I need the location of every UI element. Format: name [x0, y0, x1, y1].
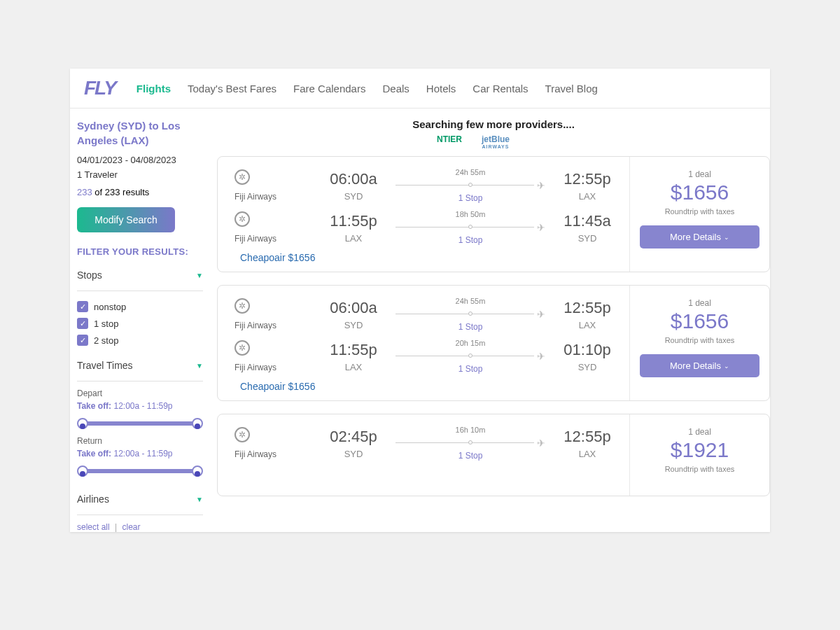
nav-best-fares[interactable]: Today's Best Fares [188, 83, 276, 94]
flight-line: ✈ [396, 351, 545, 361]
select-all-link[interactable]: select all [77, 522, 110, 532]
more-details-button[interactable]: More Details ⌄ [640, 225, 760, 248]
searching-header: Searching few more providers.... NTIER j… [217, 118, 770, 149]
cheapoair-link[interactable]: Cheapoair $1656 [240, 381, 622, 392]
arrive-time: 11:45a [552, 212, 622, 230]
clear-link[interactable]: clear [122, 522, 141, 532]
arrive-time: 12:55p [552, 299, 622, 317]
stops: 1 Stop [388, 322, 552, 332]
takeoff-label: Take off: [77, 449, 111, 458]
stops: 1 Stop [388, 193, 552, 203]
stops: 1 Stop [388, 451, 552, 461]
nav-deals[interactable]: Deals [382, 83, 409, 94]
price: $1921 [640, 438, 760, 462]
depart-slider[interactable] [77, 416, 203, 430]
filter-travel-times: Travel Times ▼ [77, 356, 203, 382]
result-card: ✲ Fiji Airways 06:00a SYD 24h 55m ✈ [217, 156, 770, 272]
results-count-suffix: of 233 results [92, 187, 150, 197]
search-dates: 04/01/2023 - 04/08/2023 [77, 155, 203, 165]
provider-jetblue-sub: AIRWAYS [482, 144, 510, 149]
price: $1656 [640, 309, 760, 333]
checkbox-nonstop[interactable]: ✓ nonstop [77, 298, 203, 315]
results-count-number: 233 [77, 187, 92, 197]
return-slider[interactable] [77, 464, 203, 478]
depart-label: Depart [77, 388, 203, 398]
nav-hotels[interactable]: Hotels [426, 83, 456, 94]
more-details-button[interactable]: More Details ⌄ [640, 354, 760, 377]
outbound-leg: ✲ Fiji Airways 06:00a SYD 24h 55m ✈ [234, 168, 622, 203]
filter-travel-times-toggle[interactable]: Travel Times ▼ [77, 356, 203, 375]
return-label: Return [77, 436, 203, 446]
checkbox-1stop-label: 1 stop [94, 318, 118, 329]
airline-logo-icon: ✲ [234, 169, 250, 185]
card-flights: ✲ Fiji Airways 06:00a SYD 24h 55m ✈ [218, 157, 629, 272]
plane-icon: ✈ [537, 309, 545, 320]
provider-frontier: NTIER [437, 134, 462, 149]
return-takeoff-range: Take off: 12:00a - 11:59p [77, 449, 203, 458]
airline-name: Fiji Airways [234, 192, 318, 202]
stops: 1 Stop [388, 235, 552, 245]
duration: 18h 50m [388, 210, 552, 218]
filter-airlines-toggle[interactable]: Airlines ▼ [77, 489, 203, 509]
depart-time: 11:55p [318, 212, 388, 230]
card-price: 1 deal $1921 Roundtrip with taxes [629, 414, 769, 496]
airline-col: ✲ Fiji Airways [234, 427, 318, 459]
airline-logo-icon: ✲ [234, 340, 250, 356]
price-note: Roundtrip with taxes [640, 207, 760, 216]
depart-code: LAX [318, 362, 388, 372]
search-travelers: 1 Traveler [77, 169, 203, 180]
provider-placeholder [529, 134, 550, 149]
cheapoair-link[interactable]: Cheapoair $1656 [240, 252, 622, 263]
airline-col: ✲ Fiji Airways [234, 211, 318, 244]
duration-col: 16h 10m ✈ 1 Stop [388, 426, 552, 461]
content: Searching few more providers.... NTIER j… [210, 118, 770, 532]
duration-col: 24h 55m ✈ 1 Stop [388, 168, 552, 203]
nav-flights[interactable]: Flights [136, 83, 171, 94]
filter-stops-toggle[interactable]: Stops ▼ [77, 265, 203, 285]
slider-track [81, 421, 199, 426]
more-details-label: More Details [670, 232, 721, 242]
depart-time: 11:55p [318, 341, 388, 359]
filter-airlines-label: Airlines [77, 493, 109, 505]
main: Sydney (SYD) to Los Angeles (LAX) 04/01/… [70, 108, 770, 532]
card-price: 1 deal $1656 Roundtrip with taxes More D… [629, 286, 769, 400]
depart-time-col: 02:45p SYD [318, 428, 388, 459]
arrive-code: LAX [552, 449, 622, 459]
plane-icon: ✈ [537, 222, 545, 233]
slider-handle-left[interactable] [77, 465, 88, 477]
slider-track [81, 469, 199, 473]
checkbox-nonstop-label: nonstop [94, 302, 126, 312]
duration-col: 24h 55m ✈ 1 Stop [388, 297, 552, 332]
result-card: ✲ Fiji Airways 02:45p SYD 16h 10m ✈ [217, 414, 770, 496]
app-window: FLY Flights Today's Best Fares Fare Cale… [70, 69, 770, 532]
slider-handle-right[interactable] [192, 465, 203, 477]
header: FLY Flights Today's Best Fares Fare Cale… [70, 69, 770, 108]
nav-travel-blog[interactable]: Travel Blog [545, 83, 598, 94]
duration: 20h 15m [388, 339, 552, 347]
chevron-down-icon: ⌄ [724, 363, 729, 370]
slider-handle-left[interactable] [77, 418, 88, 429]
filter-airlines: Airlines ▼ [77, 489, 203, 515]
check-icon: ✓ [77, 301, 88, 312]
checkbox-1stop[interactable]: ✓ 1 stop [77, 315, 203, 332]
modify-search-button[interactable]: Modify Search [77, 207, 175, 232]
nav-fare-calendars[interactable]: Fare Calendars [293, 83, 365, 94]
duration: 24h 55m [388, 168, 552, 176]
return-leg: ✲ Fiji Airways 11:55p LAX 18h 50m ✈ [234, 210, 622, 245]
depart-code: LAX [318, 233, 388, 244]
depart-code: SYD [318, 320, 388, 330]
checkbox-2stop[interactable]: ✓ 2 stop [77, 332, 203, 349]
plane-icon: ✈ [537, 438, 545, 449]
provider-jetblue: jetBlue AIRWAYS [482, 134, 510, 149]
slider-handle-right[interactable] [192, 418, 203, 429]
filter-header: FILTER YOUR RESULTS: [77, 246, 203, 257]
nav-car-rentals[interactable]: Car Rentals [472, 83, 528, 94]
plane-icon: ✈ [537, 180, 545, 191]
arrive-time-col: 12:55p LAX [552, 428, 622, 459]
price-note: Roundtrip with taxes [640, 336, 760, 344]
arrive-time-col: 12:55p LAX [552, 170, 622, 202]
depart-takeoff-range: Take off: 12:00a - 11:59p [77, 401, 203, 411]
airline-col: ✲ Fiji Airways [234, 169, 318, 202]
card-flights: ✲ Fiji Airways 02:45p SYD 16h 10m ✈ [218, 414, 629, 496]
airline-col: ✲ Fiji Airways [234, 298, 318, 330]
